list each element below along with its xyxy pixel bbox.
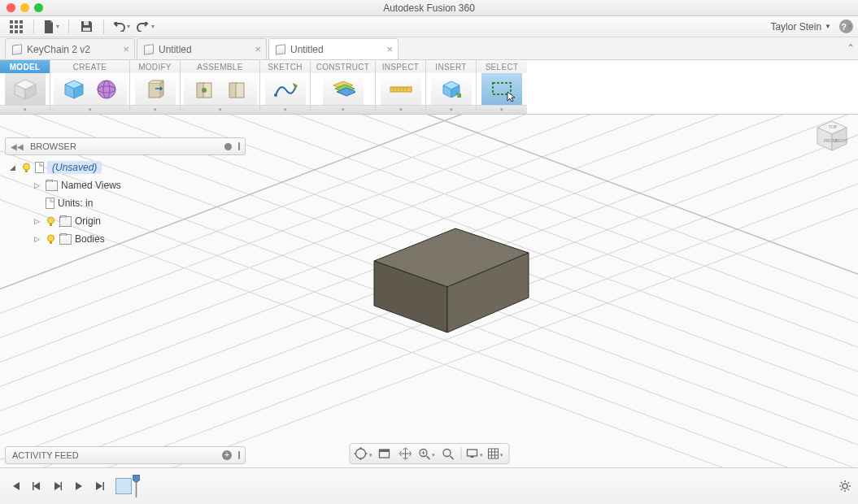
expand-icon[interactable]: ▷ [34,235,42,243]
measure-icon[interactable] [387,77,415,102]
group-dropdown[interactable] [426,105,476,114]
ribbon-group-select: SELECT [477,60,527,114]
timeline-feature-box[interactable] [115,478,132,494]
window-controls [7,3,43,12]
group-dropdown[interactable] [477,105,527,114]
pin-icon[interactable] [238,142,240,150]
tree-item-units[interactable]: Units: in [10,194,246,212]
workspace-selector[interactable]: MODEL [0,60,50,114]
add-icon[interactable]: + [222,450,232,460]
tree-label: Origin [75,215,101,227]
group-dropdown[interactable] [130,105,180,114]
svg-line-99 [841,482,843,484]
group-dropdown[interactable] [311,105,375,114]
collapse-left-icon[interactable]: ◀◀ [11,142,24,151]
svg-rect-69 [25,170,28,172]
sketch-spline-icon[interactable] [272,77,299,102]
document-tab[interactable]: Untitled × [137,38,267,59]
sphere-primitive-icon[interactable] [93,77,120,102]
timeline-step-forward-button[interactable] [49,475,67,497]
activity-feed-panel[interactable]: ACTIVITY FEED + [5,446,246,464]
timeline-end-button[interactable] [91,475,109,497]
zoom-button[interactable] [416,445,436,463]
tab-label: Untitled [159,44,192,55]
browser-options-icon[interactable] [224,143,232,150]
construction-plane-icon[interactable] [329,77,357,102]
undo-button[interactable] [110,18,133,36]
help-button[interactable]: ? [839,20,853,33]
view-cube[interactable]: FRONT RIGHT TOP [812,116,851,155]
close-tab-button[interactable]: × [255,43,261,55]
as-built-joint-icon[interactable] [223,77,250,102]
group-label: SKETCH [260,60,310,73]
group-dropdown[interactable] [181,105,259,114]
look-at-button[interactable] [374,445,394,463]
svg-line-100 [848,489,850,491]
pan-button[interactable] [395,445,415,463]
window-close-button[interactable] [7,3,15,12]
svg-rect-3 [10,25,13,28]
group-label: ASSEMBLE [181,60,259,73]
tree-item-origin[interactable]: ▷ Origin [10,212,246,230]
press-pull-icon[interactable] [142,77,169,102]
workspace-label: MODEL [0,60,50,73]
pin-icon[interactable] [238,451,240,459]
bulb-icon[interactable] [46,234,56,245]
expand-icon[interactable]: ▷ [34,217,42,225]
window-maximize-button[interactable] [34,3,43,12]
redo-button[interactable] [134,18,157,36]
collapse-icon[interactable]: ◢ [10,163,18,172]
bulb-icon[interactable] [46,216,56,227]
close-tab-button[interactable]: × [123,43,129,55]
ribbon-group-insert: INSERT [426,60,477,114]
tree-label: Bodies [75,233,105,245]
timeline-marker[interactable] [133,475,140,497]
group-dropdown[interactable] [0,105,50,114]
activity-feed-title: ACTIVITY FEED [12,450,79,460]
user-menu[interactable]: Taylor Stein▼ [770,21,831,33]
close-tab-button[interactable]: × [386,43,393,55]
grid-settings-button[interactable] [486,445,505,463]
file-menu-button[interactable] [40,18,63,36]
bulb-icon[interactable] [21,163,32,173]
model-body-box[interactable] [358,204,545,342]
window-minimize-button[interactable] [20,3,29,12]
timeline-start-button[interactable] [7,475,24,497]
expand-tabs-button[interactable]: ⌃ [847,42,855,54]
svg-point-17 [98,80,115,98]
select-window-icon[interactable] [488,77,516,102]
box-primitive-icon[interactable] [60,77,88,102]
timeline-step-back-button[interactable] [28,475,46,497]
fit-button[interactable] [438,445,457,463]
group-dropdown[interactable] [376,105,425,114]
timeline-play-button[interactable] [70,475,88,497]
tree-label: Units: in [58,198,93,209]
tree-item-bodies[interactable]: ▷ Bodies [10,230,246,248]
svg-rect-84 [471,456,474,458]
viewport[interactable]: FRONT RIGHT TOP ◀◀ BROWSER ◢ (Unsaved) ▷… [0,115,858,467]
display-settings-button[interactable] [464,445,484,463]
tree-item-named-views[interactable]: ▷ Named Views [10,176,246,194]
folder-icon [46,180,58,191]
joint-icon[interactable] [190,77,218,102]
save-button[interactable] [75,18,98,36]
svg-rect-76 [379,450,389,452]
group-dropdown[interactable] [260,105,310,114]
browser-header[interactable]: ◀◀ BROWSER [5,137,246,155]
tree-root[interactable]: ◢ (Unsaved) [10,159,246,176]
document-tabs: KeyChain 2 v2 × Untitled × Untitled × ⌃ [0,37,858,60]
insert-derive-icon[interactable] [438,77,465,102]
data-panel-button[interactable] [5,18,28,36]
browser-panel: ◀◀ BROWSER ◢ (Unsaved) ▷ Named Views Uni… [5,137,246,248]
orbit-button[interactable] [353,445,372,463]
timeline-settings-button[interactable] [838,480,851,493]
svg-rect-73 [50,241,52,244]
expand-icon[interactable]: ▷ [34,181,42,189]
document-tab[interactable]: KeyChain 2 v2 × [5,38,135,59]
svg-rect-83 [468,450,477,456]
tree-label: Named Views [61,180,121,191]
svg-text:TOP: TOP [829,124,838,129]
document-tab-active[interactable]: Untitled × [268,38,399,59]
group-dropdown[interactable] [50,105,129,114]
svg-line-102 [848,482,850,484]
